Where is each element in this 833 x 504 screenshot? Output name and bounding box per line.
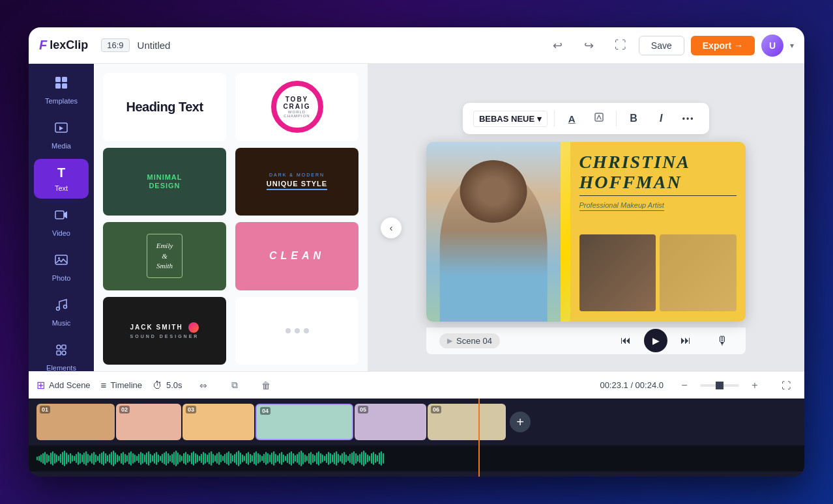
expand-timeline-button[interactable]: ⛶: [776, 375, 796, 396]
template-clean[interactable]: CLEAN: [234, 221, 360, 292]
video-icon: [54, 208, 68, 225]
waveform-bar: [361, 452, 362, 465]
name-section: CHRISTINA HOFFMAN Professional Makeup Ar…: [579, 152, 737, 211]
scene-delete-button[interactable]: 🗑: [256, 375, 276, 396]
waveform-bar: [52, 451, 53, 466]
waveform-bar: [136, 456, 138, 461]
waveform-bar: [248, 452, 249, 465]
waveform-bar: [38, 456, 40, 461]
canvas-preview: CHRISTINA HOFFMAN Professional Makeup Ar…: [426, 142, 746, 322]
scene-copy-button[interactable]: ⧉: [224, 375, 245, 396]
add-scene-button[interactable]: ⊞ Add Scene: [37, 379, 91, 391]
bold-button[interactable]: B: [623, 108, 644, 129]
waveform-bar: [185, 452, 186, 465]
waveform-bar: [37, 456, 38, 460]
template-dots[interactable]: [234, 296, 360, 367]
toby-card-content: TOBY CRAiG WORLD CHAMPION: [235, 73, 358, 141]
waveform-bar: [228, 451, 229, 466]
unique-badge: DARK & MODERN: [269, 173, 325, 177]
waveform-bar: [78, 452, 79, 465]
project-title[interactable]: Untitled: [138, 40, 540, 51]
waveform-bar: [76, 454, 77, 463]
waveform-bar: [254, 453, 255, 464]
text-color-icon: A: [568, 113, 576, 124]
sidebar-item-music[interactable]: Music: [34, 291, 89, 333]
heading-card-content: Heading Text: [103, 73, 226, 141]
next-scene-button[interactable]: ⏭: [675, 330, 696, 351]
waveform-bar: [156, 452, 157, 465]
italic-button[interactable]: I: [650, 108, 671, 129]
waveform-bar: [81, 455, 83, 462]
waveform-bar: [306, 456, 308, 461]
sidebar-item-text[interactable]: T Text: [34, 159, 89, 199]
waveform-bar: [175, 451, 177, 466]
play-pause-button[interactable]: ▶: [644, 329, 667, 352]
sidebar-item-elements[interactable]: Elements: [34, 336, 89, 371]
timeline-scene-02[interactable]: 02: [116, 404, 181, 440]
save-button[interactable]: Save: [639, 36, 684, 55]
prev-scene-button[interactable]: ⏮: [615, 330, 636, 351]
scene-resize-button[interactable]: ⇔: [193, 375, 214, 396]
sidebar-item-photo[interactable]: Photo: [34, 246, 89, 288]
waveform-bar: [117, 455, 118, 462]
panel-collapse-arrow[interactable]: ‹: [381, 217, 402, 238]
waveform-bar: [328, 452, 329, 465]
user-avatar[interactable]: U: [761, 35, 783, 57]
sidebar-item-media[interactable]: Media: [34, 114, 89, 156]
zoom-out-button[interactable]: −: [674, 375, 695, 396]
template-emily[interactable]: Emily&Smith: [102, 221, 227, 292]
jack-text: JACK SMITH SOUND DESIGNER: [130, 322, 199, 339]
waveform-bar: [111, 452, 112, 465]
template-minimal[interactable]: MINIMALDESIGN: [102, 147, 227, 217]
add-scene-timeline-button[interactable]: +: [510, 412, 531, 432]
waveform-bar: [340, 455, 341, 462]
topbar: F lexClip 16:9 Untitled ↩ ↪ ⛶ Save Expor…: [29, 27, 804, 64]
waveform-bar: [124, 454, 126, 463]
avatar-dropdown-icon[interactable]: ▾: [790, 41, 794, 50]
sidebar-item-video[interactable]: Video: [34, 201, 89, 244]
template-toby[interactable]: TOBY CRAiG WORLD CHAMPION: [234, 72, 360, 143]
dot-3: [304, 328, 309, 333]
logo-letter: F: [39, 38, 47, 53]
zoom-in-button[interactable]: +: [744, 375, 765, 396]
timeline-scene-05[interactable]: 05: [355, 404, 426, 440]
waveform-bar: [279, 453, 280, 464]
zoom-slider-thumb: [716, 382, 723, 389]
waveform-bar: [199, 456, 200, 461]
microphone-button[interactable]: 🎙: [712, 330, 733, 351]
waveform-bar: [146, 453, 147, 464]
text-color-button[interactable]: A: [561, 108, 582, 129]
waveform-bar: [242, 455, 243, 462]
fullscreen-button[interactable]: ⛶: [610, 35, 631, 56]
waveform-bar: [162, 454, 163, 463]
highlight-button[interactable]: [589, 108, 609, 129]
font-dropdown-icon: ▾: [537, 114, 542, 124]
redo-button[interactable]: ↪: [579, 35, 600, 56]
waveform-bar: [169, 455, 171, 462]
timeline-scene-06[interactable]: 06: [428, 404, 506, 440]
template-jack[interactable]: JACK SMITH SOUND DESIGNER: [102, 296, 227, 367]
timeline-button[interactable]: ≡ Timeline: [101, 380, 142, 391]
zoom-slider[interactable]: [700, 384, 739, 387]
timeline-scene-01[interactable]: 01: [37, 404, 115, 440]
svg-point-7: [58, 257, 60, 259]
undo-button[interactable]: ↩: [548, 35, 568, 56]
timeline-scene-03[interactable]: 03: [183, 404, 254, 440]
waveform-bar: [66, 453, 67, 464]
font-selector[interactable]: BEBAS NEUE ▾: [473, 111, 548, 127]
sidebar-item-templates[interactable]: Templates: [34, 69, 89, 111]
timeline-scene-04[interactable]: 04: [256, 404, 353, 440]
waveform-bar: [212, 454, 214, 463]
logo-text: lexClip: [50, 38, 88, 52]
more-options-button[interactable]: •••: [678, 108, 699, 129]
playhead[interactable]: [478, 399, 480, 477]
waveform-bar: [42, 453, 44, 464]
waveform-bar: [93, 452, 95, 465]
waveform-bar: [324, 456, 325, 461]
waveform-bar: [232, 455, 233, 462]
template-unique[interactable]: DARK & MODERN UNIQUE STYLE: [234, 147, 360, 217]
template-heading[interactable]: Heading Text: [102, 72, 227, 143]
text-formatting-toolbar: BEBAS NEUE ▾ A B I: [463, 103, 709, 134]
export-button[interactable]: Export →: [691, 36, 755, 55]
italic-icon: I: [660, 113, 662, 124]
